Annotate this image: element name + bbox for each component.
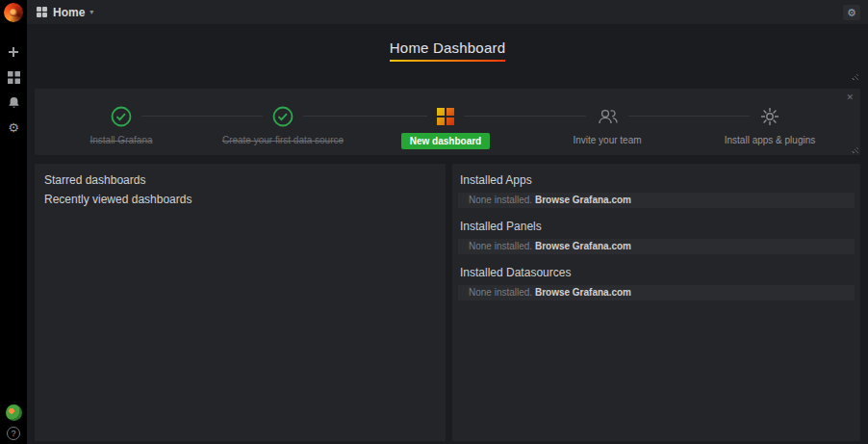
dashboard-canvas: Home Dashboard ✕ Install Grafana: [27, 24, 868, 444]
getting-started-panel: ✕ Install Grafana Create your first data…: [35, 89, 860, 155]
browse-grafana-link[interactable]: Browse Grafana.com: [535, 287, 631, 298]
installed-panels-heading: Installed Panels: [452, 210, 860, 239]
check-circle-icon: [101, 105, 141, 128]
installed-datasources-heading: Installed Datasources: [452, 256, 860, 285]
installed-datasources-row: None installed. Browse Grafana.com: [458, 285, 855, 300]
step-label: Invite your team: [573, 135, 641, 145]
dashboard-picker[interactable]: Home ▾: [37, 6, 93, 19]
step-label: Install apps & plugins: [725, 135, 816, 145]
chevron-down-icon: ▾: [89, 8, 93, 16]
dashboard-settings-icon[interactable]: ⚙: [843, 5, 860, 20]
configuration-gear-icon[interactable]: ⚙: [0, 119, 27, 135]
step-create-datasource: Create your first data source: [201, 89, 365, 155]
top-navbar: Home ▾ ⚙: [27, 0, 868, 24]
installed-apps-row: None installed. Browse Grafana.com: [458, 193, 855, 208]
starred-dashboards-heading: Starred dashboards: [35, 164, 446, 191]
new-dashboard-button[interactable]: New dashboard: [401, 133, 490, 149]
step-install-grafana: Install Grafana: [39, 89, 203, 155]
dashboard-grid-icon: [37, 7, 47, 17]
empty-text: None installed.: [469, 241, 535, 251]
empty-text: None installed.: [469, 195, 535, 205]
help-icon[interactable]: ?: [7, 427, 20, 440]
dashboard-picker-label: Home: [53, 6, 85, 19]
installed-apps-heading: Installed Apps: [452, 164, 860, 193]
empty-text: None installed.: [469, 287, 535, 298]
step-label: Install Grafana: [89, 135, 152, 145]
plugin-icon: [750, 105, 790, 128]
welcome-title-panel: Home Dashboard: [35, 24, 860, 82]
dashboards-list-panel: Starred dashboards Recently viewed dashb…: [35, 164, 446, 441]
check-circle-icon: [263, 105, 303, 128]
users-icon: [586, 105, 628, 128]
step-new-dashboard: New dashboard: [364, 89, 527, 155]
dashboards-icon[interactable]: [0, 69, 27, 85]
page-title: Home Dashboard: [390, 39, 505, 62]
panel-resize-handle[interactable]: [851, 145, 858, 153]
panel-resize-handle[interactable]: [851, 72, 858, 80]
plugin-list-panel: Installed Apps None installed. Browse Gr…: [452, 164, 860, 441]
user-avatar[interactable]: [6, 405, 22, 421]
dashboard-gradient-icon: [427, 105, 464, 128]
step-label: Create your first data source: [222, 135, 344, 145]
browse-grafana-link[interactable]: Browse Grafana.com: [535, 195, 631, 205]
sidebar: ⚙ ?: [0, 0, 27, 444]
browse-grafana-link[interactable]: Browse Grafana.com: [535, 241, 631, 251]
installed-panels-row: None installed. Browse Grafana.com: [458, 239, 855, 254]
create-plus-icon[interactable]: [0, 44, 27, 60]
recent-dashboards-heading: Recently viewed dashboards: [35, 191, 446, 210]
step-install-plugins: Install apps & plugins: [688, 89, 852, 155]
step-invite-team: Invite your team: [525, 89, 689, 155]
alerting-bell-icon[interactable]: [0, 94, 27, 110]
grafana-logo-icon[interactable]: [4, 3, 23, 22]
